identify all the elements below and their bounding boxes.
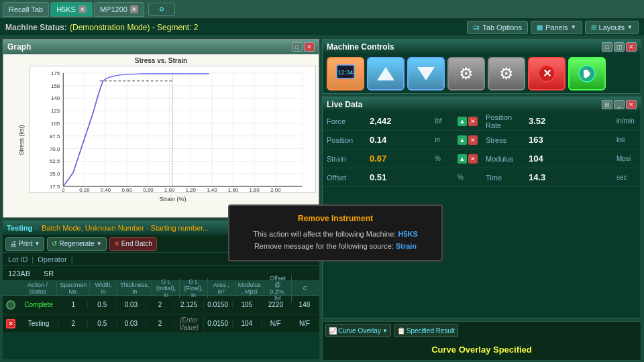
svg-text:175: 175 bbox=[51, 70, 60, 76]
remove-instrument-dialog: Remove Instrument This action will affec… bbox=[228, 204, 443, 261]
x-axis-label: Strain (%) bbox=[30, 196, 316, 202]
tab-mp1200-close[interactable]: ✕ bbox=[130, 5, 138, 13]
tab-options-label: Tab Options bbox=[482, 23, 522, 32]
testing-title: Testing bbox=[7, 224, 32, 232]
tab-icons[interactable]: ⚙ bbox=[148, 3, 175, 16]
ld-position-close-button[interactable]: ✕ bbox=[468, 135, 478, 145]
mc-down-button[interactable] bbox=[407, 57, 445, 90]
ld-stress-row: Stress 163 ksi bbox=[482, 131, 641, 149]
th-specimen: Specimen No. bbox=[57, 282, 90, 295]
ld-posrate-value: 3.52 bbox=[529, 116, 614, 126]
panels-button[interactable]: ▦ Panels ▼ bbox=[531, 21, 582, 34]
svg-text:1.80: 1.80 bbox=[250, 187, 260, 193]
print-button[interactable]: 🖨 Print ▼ bbox=[5, 237, 44, 251]
table-row-testing[interactable]: ✕ Testing 2 0.5 0.03 2 (Enter Value) 0.0… bbox=[3, 314, 319, 333]
mc-go-button[interactable] bbox=[568, 57, 606, 90]
ld-time-unit: sec bbox=[616, 174, 637, 181]
curve-overlay-content: Curve Overlay Specified bbox=[323, 339, 641, 360]
live-data-title: Live Data bbox=[327, 100, 362, 109]
td-complete-area: 0.0150 bbox=[204, 301, 233, 308]
lot-sep-2: | bbox=[71, 255, 73, 263]
mc-header-controls: □ ◫ ✕ bbox=[602, 42, 637, 52]
ld-stress-unit: ksi bbox=[616, 136, 637, 143]
ld-position-unit: in bbox=[435, 136, 455, 143]
live-data-header: Live Data ⊞ _ ✕ bbox=[323, 97, 641, 112]
td-complete-offset: 2220 bbox=[262, 301, 290, 308]
complete-row-data: Complete 1 0.5 0.03 2 2.125 0.0150 105 2… bbox=[19, 296, 319, 314]
svg-text:52.5: 52.5 bbox=[50, 158, 60, 164]
ld-strain-unit: % bbox=[435, 155, 455, 162]
status-label: Machine Status: bbox=[5, 23, 67, 32]
svg-text:0.60: 0.60 bbox=[122, 187, 133, 193]
mc-controls-row: 12:34 ⚙ bbox=[323, 54, 641, 93]
mc-gear1-button[interactable]: ⚙ bbox=[447, 57, 485, 90]
mc-display-button[interactable]: 12:34 bbox=[327, 57, 364, 90]
regenerate-dropdown-icon: ▼ bbox=[97, 241, 102, 247]
curve-overlay-button[interactable]: 📈 Curve Overlay ▼ bbox=[325, 324, 391, 337]
status-mode: (Demonstration Mode) - Segment: 2 bbox=[70, 23, 198, 32]
svg-text:✕: ✕ bbox=[543, 68, 551, 79]
live-data-grid: Force 2,442 lbf ▲ ✕ Position Rate 3.52 i… bbox=[323, 112, 641, 187]
graph-svg[interactable]: 175 158 140 123 105 87.5 70.0 52.5 35.0 … bbox=[30, 66, 316, 193]
ld-force-close-button[interactable]: ✕ bbox=[468, 117, 478, 126]
specified-result-icon: 📋 bbox=[397, 327, 405, 335]
svg-text:1.00: 1.00 bbox=[164, 187, 175, 193]
mc-btn-2[interactable]: ◫ bbox=[614, 42, 625, 52]
svg-text:140: 140 bbox=[51, 95, 60, 101]
td-complete-modulus: 105 bbox=[233, 301, 262, 308]
th-action: Action / Status bbox=[3, 282, 57, 295]
curve-overlay-area: 📈 Curve Overlay ▼ 📋 Specified Result Cur… bbox=[322, 321, 641, 361]
specified-result-button[interactable]: 📋 Specified Result bbox=[394, 324, 458, 337]
mc-close-button[interactable]: ✕ bbox=[626, 42, 637, 52]
mc-up-button[interactable] bbox=[367, 57, 405, 90]
end-batch-button[interactable]: ✕ End Batch bbox=[109, 237, 157, 251]
testing-subtitle: Batch Mode, Unknown Number - Starting nu… bbox=[42, 224, 209, 232]
graph-panel: Graph □ ✕ Stress vs. Strain Stress (ksi) bbox=[3, 39, 319, 218]
ld-offset-row: Offset 0.51 % bbox=[323, 168, 482, 187]
ld-strain-graph-button[interactable]: ▲ bbox=[458, 154, 467, 164]
end-batch-icon: ✕ bbox=[114, 240, 119, 247]
svg-text:0.80: 0.80 bbox=[143, 187, 154, 193]
layouts-dropdown-icon: ▼ bbox=[627, 24, 633, 30]
ld-modulus-value: 104 bbox=[529, 154, 614, 164]
tab-h5ks[interactable]: H5KS ✕ bbox=[50, 2, 93, 17]
tab-h5ks-close[interactable]: ✕ bbox=[78, 5, 87, 13]
layouts-button[interactable]: ⊞ Layouts ▼ bbox=[585, 21, 639, 34]
th-c: C bbox=[292, 285, 319, 292]
ld-position-icons: ▲ ✕ bbox=[458, 135, 478, 145]
curve-overlay-text: Curve Overlay Specified bbox=[431, 345, 532, 355]
td-testing-width: 0.5 bbox=[88, 320, 117, 327]
table-row-complete[interactable]: Complete 1 0.5 0.03 2 2.125 0.0150 105 2… bbox=[3, 296, 319, 314]
tab-mp1200[interactable]: MP1200 ✕ bbox=[94, 2, 144, 17]
graph-svg-container: 175 158 140 123 105 87.5 70.0 52.5 35.0 … bbox=[30, 66, 316, 202]
svg-text:35.0: 35.0 bbox=[50, 171, 60, 177]
mc-btn-1[interactable]: □ bbox=[602, 42, 612, 52]
mc-gear2-button[interactable]: ⚙ bbox=[488, 57, 525, 90]
right-panel: Machine Controls □ ◫ ✕ 12:34 bbox=[322, 36, 644, 362]
td-testing-specimen: 2 bbox=[59, 320, 88, 327]
mc-stop-button[interactable]: ✕ bbox=[528, 57, 566, 90]
ld-time-label: Time bbox=[486, 174, 526, 182]
print-icon: 🖨 bbox=[10, 240, 17, 247]
ld-strain-close-button[interactable]: ✕ bbox=[468, 154, 478, 164]
ld-position-graph-button[interactable]: ▲ bbox=[458, 135, 467, 145]
svg-text:0: 0 bbox=[62, 187, 65, 193]
ld-settings-icon[interactable]: ⊞ bbox=[602, 100, 612, 109]
curve-overlay-dropdown-icon: ▼ bbox=[382, 328, 388, 334]
status-buttons: 🗂 Tab Options ▦ Panels ▼ ⊞ Layouts ▼ bbox=[467, 21, 639, 34]
graph-title: Graph bbox=[7, 42, 31, 52]
ld-close-button[interactable]: ✕ bbox=[626, 100, 637, 109]
td-testing-thickness: 0.03 bbox=[117, 320, 146, 327]
graph-wrapper: Stress (ksi) bbox=[6, 66, 316, 215]
regenerate-button[interactable]: ↺ Regenerate ▼ bbox=[47, 237, 106, 251]
ld-minimize-button[interactable]: _ bbox=[614, 100, 625, 109]
svg-text:1.40: 1.40 bbox=[207, 187, 217, 193]
tab-options-button[interactable]: 🗂 Tab Options bbox=[467, 21, 528, 34]
graph-minimize-button[interactable]: □ bbox=[292, 42, 303, 52]
layouts-label: Layouts bbox=[599, 23, 625, 32]
tab-recall[interactable]: Recall Tab bbox=[3, 2, 49, 17]
dialog-line2: Remove message for the following source: bbox=[254, 242, 394, 250]
svg-text:0.40: 0.40 bbox=[101, 187, 111, 193]
ld-force-graph-button[interactable]: ▲ bbox=[458, 117, 467, 126]
graph-close-button[interactable]: ✕ bbox=[304, 42, 315, 52]
